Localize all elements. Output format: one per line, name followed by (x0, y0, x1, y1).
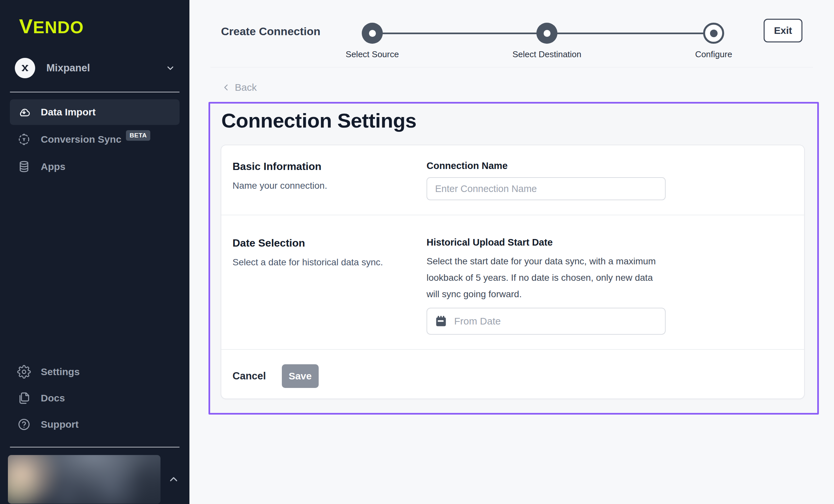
conversion-sync-icon (17, 132, 31, 146)
section-description: Name your connection. (233, 180, 426, 191)
sidebar-item-label: Settings (41, 366, 80, 377)
sidebar-footer-nav: Settings Docs Support (0, 359, 190, 438)
help-circle-icon (17, 418, 31, 431)
step-complete-dot-icon (536, 23, 557, 44)
sidebar-divider (10, 447, 179, 447)
panel-title: Connection Settings (221, 109, 817, 132)
sidebar-item-label: Docs (41, 393, 65, 404)
cancel-button[interactable]: Cancel (233, 370, 266, 382)
wizard-header: Create Connection Select Source Select D… (211, 0, 813, 67)
exit-button[interactable]: Exit (764, 19, 803, 42)
page-title: Create Connection (221, 25, 320, 38)
sidebar-item-label: Data Import (41, 107, 96, 118)
chevron-up-icon[interactable] (167, 473, 180, 486)
from-date-field[interactable] (426, 308, 666, 335)
chevron-left-icon (222, 83, 231, 92)
sidebar-item-support[interactable]: Support (10, 411, 179, 438)
sidebar-item-label: Apps (41, 161, 65, 172)
sidebar-item-conversion-sync[interactable]: Conversion Sync BETA (10, 127, 179, 152)
step-label: Select Source (346, 49, 399, 60)
beta-badge: BETA (126, 130, 150, 141)
section-description: Select a date for historical data sync. (233, 257, 426, 268)
sidebar-item-label: Support (41, 419, 79, 430)
sidebar-item-docs[interactable]: Docs (10, 385, 179, 411)
sidebar-divider (10, 92, 179, 92)
back-link[interactable]: Back (222, 82, 257, 93)
date-selection-intro: Date Selection Select a date for histori… (233, 237, 426, 335)
date-selection-fields: Historical Upload Start Date Select the … (426, 237, 788, 335)
sidebar-nav: Data Import Conversion Sync BETA Apps (0, 97, 190, 181)
sidebar-spacer (0, 181, 190, 359)
sidebar-item-data-import[interactable]: Data Import (10, 99, 179, 125)
workspace-name: Mixpanel (46, 62, 165, 74)
basic-information-fields: Connection Name (426, 160, 788, 200)
settings-card: Basic Information Name your connection. … (221, 145, 805, 399)
sidebar-item-apps[interactable]: Apps (10, 154, 179, 179)
step-current-dot-icon (703, 23, 724, 44)
step-complete-dot-icon (362, 23, 383, 44)
sidebar-item-settings[interactable]: Settings (10, 359, 179, 385)
gear-icon (17, 365, 31, 379)
mixpanel-logo-icon (15, 58, 35, 78)
connection-name-input[interactable] (426, 177, 666, 200)
step-label: Configure (695, 49, 732, 60)
sidebar: VENDO Mixpanel Data Import (0, 0, 190, 504)
start-date-label: Historical Upload Start Date (426, 237, 788, 248)
section-heading: Date Selection (233, 237, 426, 249)
basic-information-section: Basic Information Name your connection. … (221, 145, 804, 215)
date-selection-section: Date Selection Select a date for histori… (221, 215, 804, 350)
document-icon (17, 391, 31, 405)
back-label: Back (235, 82, 257, 93)
workspace-selector[interactable]: Mixpanel (9, 52, 180, 84)
user-account-card[interactable] (8, 455, 160, 504)
connection-name-label: Connection Name (426, 160, 788, 171)
database-icon (17, 160, 31, 174)
wizard-content: Back Connection Settings Basic Informati… (190, 67, 834, 415)
start-date-help-text: Select the start date for your data sync… (426, 253, 657, 303)
cloud-download-icon (17, 105, 31, 119)
sidebar-item-label: Conversion Sync (41, 134, 122, 145)
basic-information-intro: Basic Information Name your connection. (233, 160, 426, 200)
connection-settings-panel: Connection Settings Basic Information Na… (208, 102, 819, 415)
chevron-down-icon (165, 63, 176, 73)
card-footer: Cancel Save (221, 350, 804, 398)
from-date-input[interactable] (454, 308, 658, 334)
vendo-logo: VENDO (19, 15, 190, 38)
save-button[interactable]: Save (282, 364, 319, 388)
step-label: Select Destination (512, 49, 581, 60)
section-heading: Basic Information (233, 160, 426, 173)
main-area: Create Connection Select Source Select D… (190, 0, 834, 504)
user-account-area (8, 455, 180, 504)
calendar-icon (434, 315, 447, 328)
